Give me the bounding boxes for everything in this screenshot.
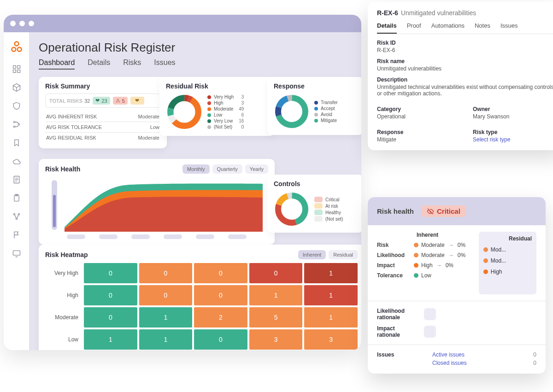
atrisk-chip[interactable]: ❤ (130, 97, 144, 105)
legend-item: Very High3 (207, 94, 244, 99)
risk-heatmap-card: Risk Heatmap Inherent Residual Very High… (39, 245, 361, 350)
heatmap-cell[interactable]: 2 (194, 307, 247, 328)
controls-donut-chart (274, 191, 310, 227)
field-value: Unmitigated vulnerabilities (377, 65, 553, 72)
heatmap-cell[interactable]: 0 (84, 263, 137, 283)
heatmap-cell[interactable]: 1 (304, 263, 358, 283)
scroll-pill[interactable] (228, 234, 247, 239)
seg-inherent[interactable]: Inherent (298, 250, 326, 259)
critical-chip-value: 5 (122, 98, 125, 104)
clipboard-icon[interactable] (12, 193, 21, 203)
scroll-pill[interactable] (196, 234, 214, 239)
heatmap-cell[interactable]: 1 (139, 329, 193, 350)
scroll-pill[interactable] (99, 234, 118, 239)
residual-legend: Very High3High3Moderate49Low6Very Low16(… (207, 94, 244, 130)
healthy-chip[interactable]: ❤ 23 (93, 97, 110, 105)
scroll-pill[interactable] (164, 234, 182, 239)
legend-item: Low6 (207, 112, 244, 117)
scroll-pill[interactable] (67, 234, 85, 239)
heatmap-grid: Very High00001High00011Moderate01251Low1… (45, 263, 358, 350)
heatmap-cell[interactable]: 0 (194, 329, 247, 350)
rhp-row: ImpactHigh→0% (377, 262, 479, 269)
risk-health-area-chart (45, 177, 268, 233)
branch-icon[interactable] (12, 120, 21, 129)
heatmap-cell[interactable]: 0 (194, 285, 247, 305)
tab-details[interactable]: Details (88, 59, 110, 70)
closed-issues-link[interactable]: Closed issues (432, 360, 533, 366)
response-legend: TransferAcceptAvoidMitigate (314, 99, 338, 124)
svg-rect-28 (53, 195, 56, 227)
heatmap-row-label: Low (45, 329, 82, 350)
residual-donut-chart (166, 94, 203, 130)
heatmap-cell[interactable]: 0 (139, 263, 193, 283)
risk-summary-card: Risk Summary TOTAL RISKS32 ❤ 23 ⚠ 5 ❤ AV… (39, 77, 167, 148)
heatmap-cell[interactable]: 0 (194, 263, 247, 283)
main-tabs: Dashboard Details Risks Issues (39, 59, 352, 70)
window-dot[interactable] (29, 21, 34, 26)
heatmap-cell[interactable]: 1 (304, 285, 358, 305)
inherent-header: Inherent (377, 232, 479, 238)
field-value: Unmitigated technical vulnerabilities ex… (377, 84, 553, 97)
screen-icon[interactable] (12, 249, 21, 258)
window-dot[interactable] (10, 21, 16, 26)
rationale-input[interactable] (424, 326, 436, 338)
seg-monthly[interactable]: Monthly (182, 164, 210, 174)
critical-chip[interactable]: ⚠ 5 (113, 97, 128, 105)
heatmap-cell[interactable]: 3 (304, 329, 358, 350)
rationale-input[interactable] (424, 308, 436, 320)
active-issues-link[interactable]: Active issues (432, 351, 533, 358)
heatmap-cell[interactable]: 3 (249, 329, 303, 350)
bookmark-icon[interactable] (12, 138, 21, 147)
issues-label: Issues (377, 351, 432, 358)
window-dot[interactable] (19, 21, 25, 26)
rhp-residual-row: High (483, 269, 532, 275)
shield-icon[interactable] (12, 101, 21, 111)
legend-item: Critical (314, 197, 343, 202)
heatmap-cell[interactable]: 1 (304, 307, 358, 328)
dtab-issues[interactable]: Issues (500, 22, 518, 34)
cloud-icon[interactable] (12, 157, 21, 166)
heatmap-cell[interactable]: 1 (249, 285, 303, 305)
seg-quarterly[interactable]: Quarterly (212, 164, 242, 174)
heatmap-cell[interactable]: 0 (84, 307, 137, 328)
heatmap-cell[interactable]: 1 (139, 307, 193, 328)
tab-risks[interactable]: Risks (123, 59, 141, 70)
card-title: Risk Health (45, 165, 80, 173)
heatmap-cell[interactable]: 0 (84, 285, 137, 305)
dashboard-icon[interactable] (12, 64, 21, 74)
legend-item: Accept (314, 106, 338, 111)
seg-residual[interactable]: Residual (329, 250, 358, 259)
dtab-notes[interactable]: Notes (475, 22, 490, 34)
cube-icon[interactable] (12, 83, 21, 92)
doc-icon[interactable] (12, 175, 21, 184)
risk-type-link[interactable]: Select risk type (473, 136, 553, 143)
nodes-icon[interactable] (12, 212, 21, 221)
heatmap-cell[interactable]: 0 (139, 285, 193, 305)
tab-issues[interactable]: Issues (154, 59, 175, 70)
svg-point-14 (18, 213, 19, 215)
residual-risk-card: Residual Risk Very High3High3Moderate49L… (159, 77, 275, 136)
flag-icon[interactable] (12, 230, 21, 240)
svg-point-1 (12, 47, 16, 52)
heatmap-row-label: Very High (45, 263, 82, 283)
summary-row: AVG INHERENT RISKModerate (45, 111, 160, 122)
dtab-automations[interactable]: Automations (431, 22, 465, 34)
active-issues-count: 0 (533, 351, 536, 358)
svg-rect-5 (13, 70, 16, 73)
total-risks-value: 32 (84, 98, 90, 104)
heatmap-cell[interactable]: 5 (249, 307, 303, 328)
dtab-proof[interactable]: Proof (407, 22, 421, 34)
dtab-details[interactable]: Details (377, 22, 397, 34)
svg-point-2 (17, 47, 21, 52)
svg-rect-16 (13, 251, 20, 255)
seg-yearly[interactable]: Yearly (245, 164, 268, 174)
heatmap-cell[interactable]: 1 (84, 329, 137, 350)
card-title: Residual Risk (166, 82, 268, 90)
legend-item: Very Low16 (207, 118, 244, 123)
scroll-pill[interactable] (131, 234, 150, 239)
svg-rect-6 (17, 70, 20, 73)
heatmap-cell[interactable]: 0 (249, 263, 303, 283)
status-text: Critical (437, 207, 460, 215)
field-label: Risk type (473, 129, 553, 135)
tab-dashboard[interactable]: Dashboard (39, 59, 75, 70)
